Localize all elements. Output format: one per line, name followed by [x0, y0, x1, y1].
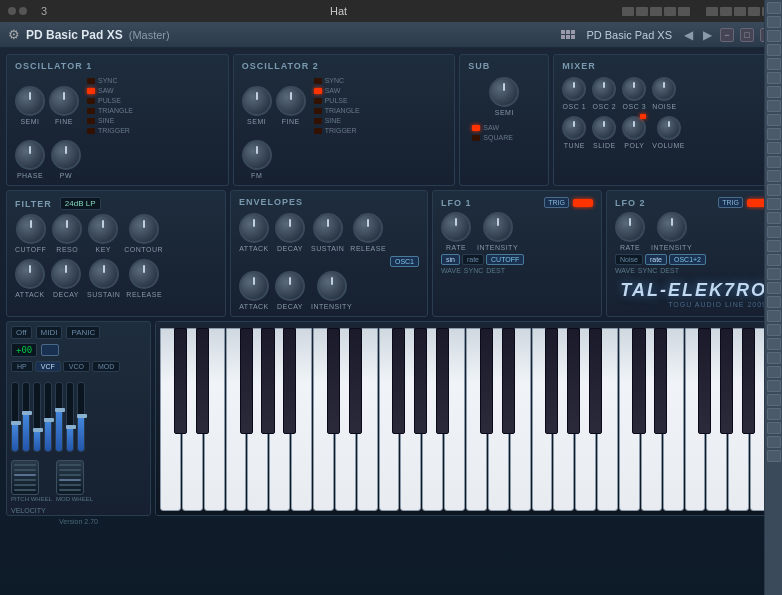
black-key-15[interactable] [632, 328, 645, 434]
right-strip-btn-31[interactable] [767, 422, 781, 434]
filter-reso-knob[interactable] [52, 214, 82, 244]
right-strip-btn-16[interactable] [767, 212, 781, 224]
right-strip-btn-13[interactable] [767, 170, 781, 182]
osc1-triangle-led[interactable] [87, 108, 95, 114]
env-attack2-knob[interactable] [239, 271, 269, 301]
sub-square-led[interactable] [472, 135, 480, 141]
filter-type-display[interactable]: 24dB LP [60, 197, 101, 210]
right-strip-btn-9[interactable] [767, 114, 781, 126]
lfo1-intensity-knob[interactable] [483, 212, 513, 242]
black-key-17[interactable] [698, 328, 711, 434]
right-strip-btn-21[interactable] [767, 282, 781, 294]
filter-contour-knob[interactable] [129, 214, 159, 244]
right-strip-btn-33[interactable] [767, 450, 781, 462]
slider-2[interactable] [22, 382, 30, 452]
black-key-19[interactable] [742, 328, 755, 434]
right-strip-btn-27[interactable] [767, 366, 781, 378]
osc1-saw-led[interactable] [87, 88, 95, 94]
slider-3[interactable] [33, 382, 41, 452]
osc2-fm-knob[interactable] [242, 140, 272, 170]
osc2-sync-led[interactable] [314, 78, 322, 84]
slider-1[interactable] [11, 382, 19, 452]
lfo2-intensity-knob[interactable] [657, 212, 687, 242]
black-key-5[interactable] [327, 328, 340, 434]
top-strip-btn[interactable] [720, 7, 732, 16]
black-key-8[interactable] [414, 328, 427, 434]
black-key-12[interactable] [545, 328, 558, 434]
top-strip-btn[interactable] [678, 7, 690, 16]
env-decay-knob[interactable] [275, 213, 305, 243]
top-strip-btn[interactable] [734, 7, 746, 16]
lfo2-noise-button[interactable]: Noise [615, 254, 643, 265]
mixer-osc1-knob[interactable] [562, 77, 586, 101]
mod-tab[interactable]: MOD [92, 361, 120, 372]
osc1-sine-led[interactable] [87, 118, 95, 124]
right-strip-btn-24[interactable] [767, 324, 781, 336]
slider-5[interactable] [55, 382, 63, 452]
black-key-1[interactable] [196, 328, 209, 434]
right-strip-btn-12[interactable] [767, 156, 781, 168]
osc1-pw-knob[interactable] [51, 140, 81, 170]
right-strip-btn-3[interactable] [767, 30, 781, 42]
env-decay2-knob[interactable] [275, 271, 305, 301]
filter-decay-knob[interactable] [51, 259, 81, 289]
right-strip-btn-17[interactable] [767, 226, 781, 238]
right-strip-btn-5[interactable] [767, 58, 781, 70]
black-key-18[interactable] [720, 328, 733, 434]
right-strip-btn-15[interactable] [767, 198, 781, 210]
midi-button[interactable]: MIDI [36, 326, 63, 339]
filter-key-knob[interactable] [88, 214, 118, 244]
top-strip-btn[interactable] [636, 7, 648, 16]
vcf-tab[interactable]: VCF [35, 361, 61, 372]
black-key-9[interactable] [436, 328, 449, 434]
right-strip-btn-1[interactable] [767, 2, 781, 14]
black-key-16[interactable] [654, 328, 667, 434]
right-strip-btn-8[interactable] [767, 100, 781, 112]
mixer-noise-knob[interactable] [652, 77, 676, 101]
right-strip-btn-25[interactable] [767, 338, 781, 350]
right-strip-btn-4[interactable] [767, 44, 781, 56]
right-strip-btn-29[interactable] [767, 394, 781, 406]
right-strip-btn-18[interactable] [767, 240, 781, 252]
osc2-pulse-led[interactable] [314, 98, 322, 104]
black-key-3[interactable] [261, 328, 274, 434]
vco-tab[interactable]: VCO [63, 361, 90, 372]
mixer-volume-knob[interactable] [657, 116, 681, 140]
mixer-poly-knob[interactable] [622, 116, 646, 140]
lfo2-rate-button[interactable]: rate [645, 254, 667, 265]
lfo2-rate-knob[interactable] [615, 212, 645, 242]
lfo1-rate-button[interactable]: rate [462, 254, 484, 265]
slider-4[interactable] [44, 382, 52, 452]
env-dest-osc1-button[interactable]: OSC1 [390, 256, 419, 267]
sub-semi-knob[interactable] [489, 77, 519, 107]
right-strip-btn-30[interactable] [767, 408, 781, 420]
lfo1-trig-led[interactable] [573, 199, 593, 207]
osc2-sine-led[interactable] [314, 118, 322, 124]
right-strip-btn-26[interactable] [767, 352, 781, 364]
mixer-osc2-knob[interactable] [592, 77, 616, 101]
lfo1-sin-button[interactable]: sin [441, 254, 460, 265]
filter-attack-knob[interactable] [15, 259, 45, 289]
osc2-triangle-led[interactable] [314, 108, 322, 114]
mixer-tune-knob[interactable] [562, 116, 586, 140]
top-strip-btn[interactable] [664, 7, 676, 16]
filter-cutoff-knob[interactable] [16, 214, 46, 244]
osc1-phase-knob[interactable] [15, 140, 45, 170]
top-strip-btn[interactable] [706, 7, 718, 16]
black-key-14[interactable] [589, 328, 602, 434]
osc1-semi-knob[interactable] [15, 86, 45, 116]
top-strip-btn[interactable] [622, 7, 634, 16]
black-key-11[interactable] [502, 328, 515, 434]
black-key-10[interactable] [480, 328, 493, 434]
top-strip-btn[interactable] [650, 7, 662, 16]
osc1-pulse-led[interactable] [87, 98, 95, 104]
off-button[interactable]: Off [11, 326, 32, 339]
black-key-2[interactable] [240, 328, 253, 434]
slider-7[interactable] [77, 382, 85, 452]
right-strip-btn-28[interactable] [767, 380, 781, 392]
mixer-slide-knob[interactable] [592, 116, 616, 140]
lfo1-rate-knob[interactable] [441, 212, 471, 242]
black-key-0[interactable] [174, 328, 187, 434]
next-preset-button[interactable]: ▶ [701, 28, 714, 42]
right-strip-btn-19[interactable] [767, 254, 781, 266]
